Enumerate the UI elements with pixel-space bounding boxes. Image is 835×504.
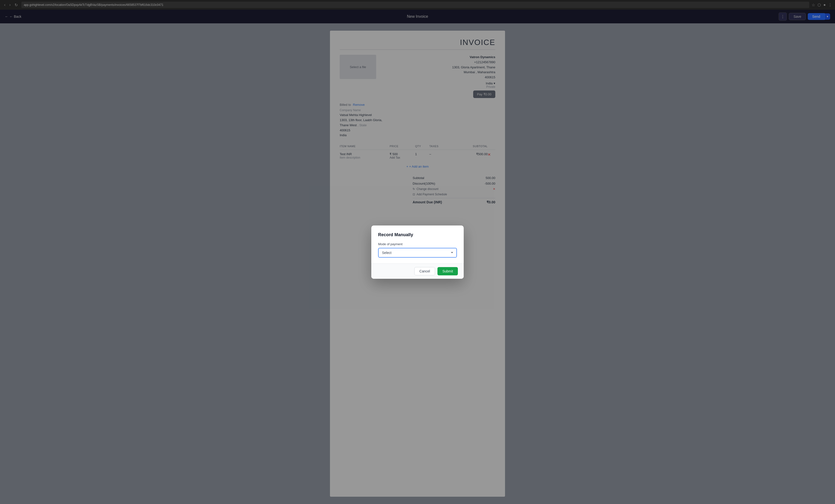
- modal-footer: Cancel Submit: [371, 263, 464, 279]
- modal-body: Record Manually Mode of payment Select C…: [371, 225, 464, 263]
- submit-button[interactable]: Submit: [437, 267, 458, 275]
- cancel-button[interactable]: Cancel: [414, 267, 435, 275]
- modal-title: Record Manually: [378, 232, 457, 237]
- payment-mode-select[interactable]: Select Cash Cheque Bank Transfer Other: [378, 248, 457, 258]
- record-manually-modal: Record Manually Mode of payment Select C…: [371, 225, 464, 279]
- mode-of-payment-label: Mode of payment: [378, 242, 457, 246]
- modal-overlay: Record Manually Mode of payment Select C…: [0, 0, 835, 504]
